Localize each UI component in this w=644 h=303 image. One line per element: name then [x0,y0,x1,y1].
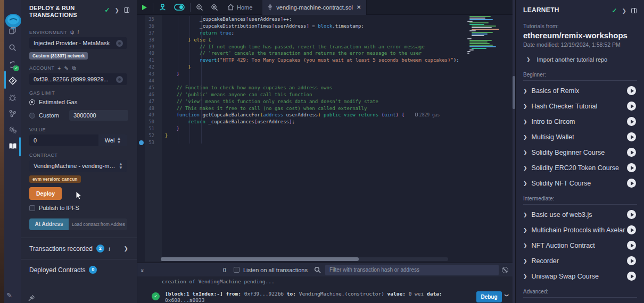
line-number[interactable]: 48 [137,105,161,112]
add-account-icon[interactable]: + [57,65,61,71]
code-line-40[interactable]: 40 // 'revert' cancels the transaction a… [137,50,459,57]
publish-ipfs-checkbox[interactable] [29,205,35,211]
zoom-in-icon[interactable] [207,0,222,15]
play-tutorial-button[interactable] [627,179,636,188]
tutorial-item[interactable]: ❯Hash Checker Tutorial [516,98,644,114]
line-number[interactable]: 44 [137,78,161,85]
account-select[interactable]: 0xf39...92266 (9999.99929... [29,73,127,85]
play-tutorial-button[interactable] [627,225,636,234]
custom-gas-input[interactable]: 3000000 [69,110,128,121]
custom-gas-radio[interactable] [29,113,35,119]
learneth-book-icon[interactable] [4,139,21,153]
code-line-38[interactable]: 38 } else { [137,37,459,44]
code-line-43[interactable]: 43 } [137,71,459,78]
line-number[interactable]: 39 [137,44,161,50]
tutorial-item[interactable]: ❯Solidity ERC20 Token Course [516,160,644,175]
learneth-collapse-icon[interactable]: ❯ [622,8,626,14]
env-info-icon[interactable]: i [77,29,79,35]
play-tutorial-button[interactable] [627,86,636,95]
expand-chevron-icon[interactable]: ❯ [523,243,527,248]
tutorial-item[interactable]: ❯Recorder [516,253,644,268]
code-line-47[interactable]: 47 // 'view' means this function only re… [137,98,459,105]
deployed-contracts-row[interactable]: Deployed Contracts 0 [21,259,137,280]
play-tutorial-button[interactable] [627,256,636,265]
line-number[interactable]: 37 [137,30,161,37]
file-explorer-icon[interactable] [4,23,21,37]
code-line-39[interactable]: 39 // If not enough time has passed, rev… [137,44,459,50]
at-address-input[interactable]: Load contract from Addres [69,218,127,230]
play-tutorial-button[interactable] [627,117,636,126]
deploy-button[interactable]: Deploy [29,187,62,200]
line-number[interactable]: 52 [137,132,161,139]
transactions-expand-icon[interactable]: ❯ [124,246,128,251]
deploy-run-icon[interactable] [4,74,21,88]
home-button[interactable]: Home [222,0,256,15]
line-number[interactable]: 47 [137,98,161,105]
play-tutorial-button[interactable] [627,163,636,172]
edit-pencil-icon[interactable]: ✎ [6,291,12,299]
expand-chevron-icon[interactable]: ❯ [523,212,527,217]
expand-chevron-icon[interactable]: ❯ [523,104,527,109]
line-number[interactable]: 50 [137,119,161,125]
line-number[interactable]: 49 [137,112,161,119]
expand-chevron-icon[interactable]: ❯ [523,258,527,264]
expand-chevron-icon[interactable]: ❯ [523,228,527,233]
expand-chevron-icon[interactable]: ❯ [523,274,527,279]
import-tutorial-repo[interactable]: ❯ Import another tutorial repo [526,56,637,63]
at-address-button[interactable]: At Address [29,218,69,230]
transactions-recorded-row[interactable]: Transactions recorded 2 i ❯ [21,238,137,259]
terminal-collapse-icon[interactable]: » [139,268,146,271]
tab-vending-machine-contract[interactable]: vending-machine-contract.sol ✕ [262,0,367,15]
assistant-person-icon[interactable] [155,0,170,15]
code-line-50[interactable]: 50 return _cupcakeBalances[userAddress]; [137,119,459,125]
expand-chevron-icon[interactable]: ❯ [523,150,527,155]
sign-message-icon[interactable]: ✎ [64,65,69,71]
expand-chevron-icon[interactable]: ❯ [523,165,527,171]
tx-log-entry[interactable]: [block:1 txIndex:-] from: 0xf39...92266 … [165,291,468,303]
code-line-53[interactable]: 53 [137,139,459,146]
play-tutorial-button[interactable] [627,210,636,219]
environment-select[interactable]: Injected Provider - MetaMask [29,37,127,49]
plug-icon[interactable]: ψ [70,29,75,35]
transactions-info-icon[interactable]: i [109,246,110,252]
editor-minimap[interactable] [467,15,510,54]
plugin-manager-icon[interactable] [4,106,21,120]
play-tutorial-button[interactable] [627,102,636,111]
tutorial-item[interactable]: ❯Solidity Beginner Course [516,145,644,160]
code-line-42[interactable]: 42 } [137,64,459,71]
debugger-icon[interactable] [4,90,21,104]
terminal-filter-input[interactable]: Filter with transaction hash or address [325,265,499,275]
code-line-37[interactable]: 37 return true; [137,30,459,37]
listen-all-checkbox[interactable] [234,267,240,273]
line-number[interactable]: 45 [137,85,161,91]
line-number[interactable]: 42 [137,64,161,71]
debug-button[interactable]: Debug [476,291,502,302]
settings-icon[interactable] [4,123,21,137]
line-number[interactable]: 41 [137,57,161,64]
code-line-41[interactable]: 41 revert("HTTP 429: Too Many Cupcakes (… [137,57,459,64]
expand-chevron-icon[interactable]: ❯ [523,88,527,94]
play-tutorial-button[interactable] [627,148,636,157]
breakpoint-dot[interactable] [139,140,144,145]
value-input[interactable]: 0 [29,134,98,146]
code-line-49[interactable]: 49 function getCupcakeBalanceFor(address… [137,112,459,119]
code-line-45[interactable]: 45 // Function to check how many cupcake… [137,85,459,91]
learneth-pin-icon[interactable] [631,8,637,13]
value-unit-select[interactable]: Wei ▲▼ [98,134,127,146]
code-line-52[interactable]: 52} [137,132,459,139]
tutorial-item[interactable]: ❯Uniswap Swap Course [516,268,644,284]
panel-collapse-icon[interactable]: ❯ [115,7,119,13]
tab-close-icon[interactable]: ✕ [357,4,361,10]
zoom-out-icon[interactable] [192,0,207,15]
play-tutorial-button[interactable] [627,132,636,141]
search-icon[interactable] [4,40,21,54]
tutorial-item[interactable]: ❯NFT Auction Contract [516,238,644,253]
line-number[interactable]: 40 [137,50,161,57]
line-number[interactable]: 38 [137,37,161,44]
code-line-36[interactable]: 36 _cupcakeDistributionTimes[userAddress… [137,23,459,30]
tutorial-item[interactable]: ❯Solidity NFT Course [516,175,644,191]
play-tutorial-button[interactable] [627,272,636,281]
tutorial-item[interactable]: ❯Multichain Protocols with Axelar [516,222,644,238]
code-line-44[interactable]: 44 [137,78,459,85]
code-line-51[interactable]: 51 } [137,125,459,132]
